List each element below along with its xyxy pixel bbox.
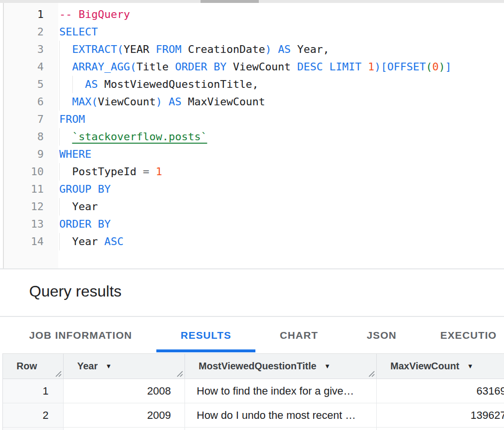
sql-code-area[interactable]: -- BigQuerySELECT EXTRACT(YEAR FROM Crea… <box>58 3 504 268</box>
line-number: 10 <box>4 163 58 181</box>
code-line: Year <box>59 198 504 215</box>
code-line: PostTypeId = 1 <box>59 163 504 181</box>
line-number: 6 <box>4 93 58 111</box>
column-header-row[interactable]: Row <box>3 354 64 379</box>
tab-label: RESULTS <box>181 330 231 341</box>
tab-chart[interactable]: CHART <box>255 317 342 353</box>
query-results-panel-header: Query results <box>0 269 504 316</box>
indent-guide <box>59 128 60 146</box>
indent-guide <box>72 76 73 93</box>
tab-job-information[interactable]: JOB INFORMATION <box>5 317 156 353</box>
column-header-label: Year <box>77 361 98 372</box>
tab-json[interactable]: JSON <box>342 317 421 353</box>
results-tab-bar: JOB INFORMATIONRESULTSCHARTJSONEXECUTIO <box>0 317 504 353</box>
row-number-cell: 2 <box>3 403 64 428</box>
line-number: 14 <box>4 233 58 250</box>
indent-guide <box>59 233 60 250</box>
code-line: MAX(ViewCount) AS MaxViewCount <box>59 93 504 111</box>
table-row: 12008How to find the index for a give…63… <box>3 379 504 403</box>
column-header-label: Row <box>17 361 37 372</box>
column-header-mostviewedquestiontitle[interactable]: MostViewedQuestionTitle▼ <box>185 354 377 379</box>
line-number: 12 <box>4 198 58 215</box>
column-header-label: MaxViewCount <box>390 361 459 372</box>
line-number: 4 <box>4 58 58 76</box>
indent-guide <box>59 163 60 181</box>
column-resize-grip-icon[interactable] <box>176 370 183 377</box>
code-line: GROUP BY <box>59 181 504 198</box>
line-number: 9 <box>4 146 58 163</box>
code-line: ORDER BY <box>59 215 504 233</box>
tab-label: JSON <box>367 330 397 341</box>
tab-label: JOB INFORMATION <box>29 330 132 341</box>
table-cell: 2008 <box>64 379 185 403</box>
line-number: 8 <box>4 128 58 146</box>
code-line: Year ASC <box>59 233 504 250</box>
code-line: SELECT <box>59 23 504 41</box>
column-header-label: MostViewedQuestionTitle <box>199 361 317 372</box>
code-line: ARRAY_AGG(Title ORDER BY ViewCount DESC … <box>59 58 504 76</box>
line-number-gutter: 1234567891011121314 <box>4 3 58 268</box>
column-header-year[interactable]: Year▼ <box>64 354 185 379</box>
row-number-cell <box>3 428 64 430</box>
results-table: RowYear▼MostViewedQuestionTitle▼MaxViewC… <box>2 353 504 430</box>
tab-label: CHART <box>280 330 318 341</box>
table-cell <box>64 428 185 430</box>
code-line: FROM <box>59 111 504 128</box>
indent-guide <box>59 76 60 93</box>
code-line: AS MostViewedQuestionTitle, <box>59 76 504 93</box>
table-cell: 2009 <box>64 403 185 428</box>
line-number: 11 <box>4 181 58 198</box>
code-line: -- BigQuery <box>59 6 504 23</box>
table-cell: 13962748 <box>377 403 504 428</box>
line-number: 2 <box>4 23 58 41</box>
indent-guide <box>59 198 60 215</box>
results-table-header-row: RowYear▼MostViewedQuestionTitle▼MaxViewC… <box>3 354 504 379</box>
indent-guide <box>59 41 60 58</box>
tab-executio[interactable]: EXECUTIO <box>421 317 497 353</box>
code-line: `stackoverflow.posts` <box>59 128 504 146</box>
line-number: 7 <box>4 111 58 128</box>
table-row: 22009How do I undo the most recent …1396… <box>3 403 504 428</box>
query-results-title: Query results <box>0 269 504 300</box>
results-table-body: 12008How to find the index for a give…63… <box>3 379 504 430</box>
indent-guide <box>59 93 60 111</box>
code-line: WHERE <box>59 146 504 163</box>
line-number: 1 <box>4 6 58 23</box>
line-number: 13 <box>4 215 58 233</box>
tab-results[interactable]: RESULTS <box>156 317 255 353</box>
table-reference-link[interactable]: `stackoverflow.posts` <box>72 131 207 143</box>
row-number-cell: 1 <box>3 379 64 403</box>
column-header-maxviewcount[interactable]: MaxViewCount▼ <box>377 354 504 379</box>
line-number: 3 <box>4 41 58 58</box>
column-resize-grip-icon[interactable] <box>368 370 375 377</box>
indent-guide <box>59 58 60 76</box>
table-cell: How do I undo the most recent … <box>185 403 377 428</box>
table-cell: 6316987 <box>377 379 504 403</box>
table-row-partial <box>3 428 504 430</box>
column-resize-grip-icon[interactable] <box>55 370 62 377</box>
sql-editor[interactable]: 1234567891011121314 -- BigQuerySELECT EX… <box>3 3 504 268</box>
table-cell <box>377 428 504 430</box>
table-cell: How to find the index for a give… <box>185 379 377 403</box>
table-cell <box>185 428 377 430</box>
column-menu-arrow-icon[interactable]: ▼ <box>324 363 331 370</box>
line-number: 5 <box>4 76 58 93</box>
column-menu-arrow-icon[interactable]: ▼ <box>467 363 473 370</box>
bigquery-console: 1234567891011121314 -- BigQuerySELECT EX… <box>0 0 504 430</box>
tab-label: EXECUTIO <box>440 330 497 341</box>
code-line: EXTRACT(YEAR FROM CreationDate) AS Year, <box>59 41 504 58</box>
column-menu-arrow-icon[interactable]: ▼ <box>105 363 112 370</box>
